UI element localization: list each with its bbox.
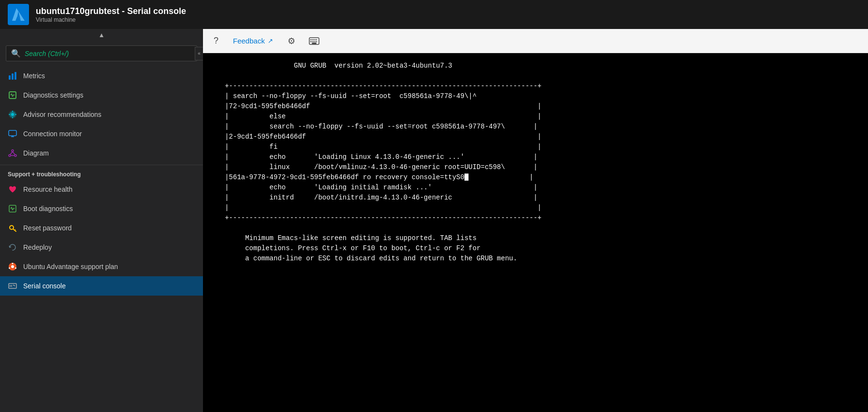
sidebar-item-redeploy[interactable]: Redeploy [0,238,203,257]
svg-point-22 [14,155,16,156]
collapse-button[interactable]: « [195,47,203,60]
boot-icon [8,204,17,213]
sidebar-item-diagnostics[interactable]: Diagnostics settings [0,85,203,105]
advisor-icon [8,110,17,119]
svg-point-36 [12,263,14,264]
monitor-icon [8,129,17,139]
svg-line-30 [14,208,14,209]
sidebar-item-reset[interactable]: Reset password [0,218,203,238]
sidebar-item-label: Resource health [23,185,72,193]
sidebar-item-label: Boot diagnostics [23,205,73,213]
topbar: ubuntu1710grubtest - Serial console Virt… [0,0,868,29]
sidebar-item-label: Metrics [23,72,45,80]
sidebar-item-label: Advisor recommendations [23,111,101,118]
svg-point-35 [11,265,14,268]
sidebar-search-container: 🔍 « [6,45,197,61]
svg-rect-5 [9,92,16,99]
toolbar: ? Feedback ↗ ⚙ [203,29,868,53]
svg-rect-4 [14,72,16,80]
svg-line-42 [13,285,15,286]
svg-line-9 [14,95,14,95]
bar-chart-icon [8,71,17,81]
sidebar-item-label: Connection monitor [23,130,82,138]
feedback-label: Feedback [233,37,265,45]
svg-rect-54 [312,43,316,44]
svg-point-38 [9,268,10,269]
svg-rect-17 [9,130,16,136]
svg-line-24 [13,152,15,155]
svg-line-23 [10,152,13,155]
ubuntu-icon [8,262,17,271]
sidebar-item-serial[interactable]: Serial console [0,276,203,296]
svg-rect-3 [12,73,14,80]
terminal-output[interactable]: GNU GRUB version 2.02~beta3-4ubuntu7.3 +… [203,53,868,412]
svg-rect-26 [9,205,16,212]
support-section-label: Support + troubleshooting [0,165,203,180]
sidebar-item-label: Serial console [23,282,66,290]
health-icon [8,185,17,194]
key-icon [8,223,17,233]
page-title: ubuntu1710grubtest - Serial console [36,6,186,16]
sidebar-item-diagram[interactable]: Diagram [0,143,203,163]
diagnostics-icon [8,90,17,100]
svg-point-37 [15,268,16,269]
external-link-icon: ↗ [268,37,273,44]
sidebar-item-label: Diagnostics settings [23,91,84,99]
sidebar-item-label: Diagram [23,149,49,157]
redeploy-icon [8,242,17,252]
main-content: ? Feedback ↗ ⚙ [203,29,868,412]
keyboard-button[interactable] [306,34,322,48]
sidebar-item-label: Reset password [23,224,72,232]
layout: ▲ 🔍 « Metrics [0,29,868,412]
diagram-icon [8,148,17,158]
settings-button[interactable]: ⚙ [285,33,298,49]
svg-point-21 [9,155,11,156]
search-input[interactable] [25,50,192,57]
sidebar-item-monitor[interactable]: Connection monitor [0,124,203,143]
page-subtitle: Virtual machine [36,16,186,23]
feedback-button[interactable]: Feedback ↗ [229,34,277,48]
svg-point-12 [11,113,14,116]
help-button[interactable]: ? [211,33,221,49]
sidebar-item-advisor[interactable]: Advisor recommendations [0,105,203,124]
topbar-title-block: ubuntu1710grubtest - Serial console Virt… [36,6,186,23]
sidebar-item-boot[interactable]: Boot diagnostics [0,199,203,218]
svg-point-20 [12,150,14,152]
sidebar-item-label: Ubuntu Advantage support plan [23,263,118,270]
sidebar-item-metrics[interactable]: Metrics [0,66,203,85]
scroll-up-button[interactable]: ▲ [0,29,203,41]
search-icon: 🔍 [11,49,21,58]
sidebar: ▲ 🔍 « Metrics [0,29,203,412]
serial-icon [8,281,17,291]
azure-logo [8,4,29,25]
sidebar-item-label: Redeploy [23,243,52,251]
sidebar-item-health[interactable]: Resource health [0,180,203,199]
svg-rect-2 [9,75,11,80]
sidebar-item-ubuntu[interactable]: Ubuntu Advantage support plan [0,257,203,276]
